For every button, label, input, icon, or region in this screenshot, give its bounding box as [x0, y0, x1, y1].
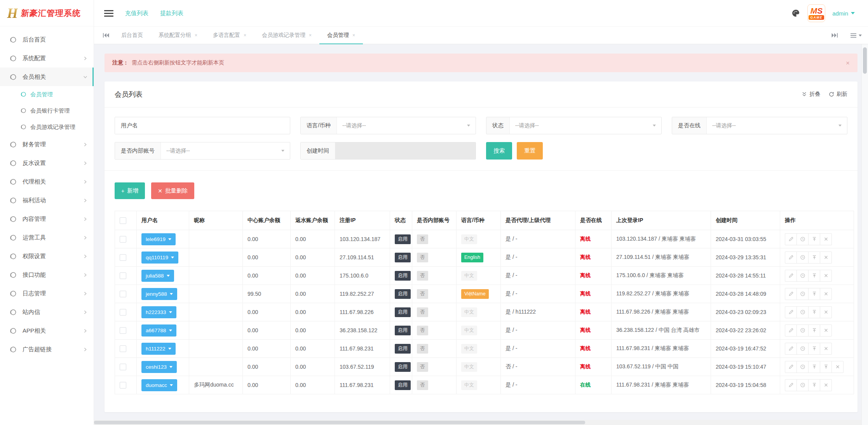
sidebar-item-api[interactable]: 接口功能: [0, 265, 94, 284]
totop-icon[interactable]: [808, 343, 820, 355]
refresh-button[interactable]: 刷新: [829, 91, 847, 98]
language-select[interactable]: --请选择--: [337, 117, 476, 134]
edit-icon[interactable]: [785, 270, 797, 282]
menu-toggle-icon[interactable]: [104, 9, 113, 18]
delete-icon[interactable]: [820, 233, 832, 245]
row-checkbox[interactable]: [120, 272, 126, 279]
record-icon[interactable]: [797, 233, 809, 245]
delete-icon[interactable]: [820, 379, 832, 391]
edit-icon[interactable]: [785, 252, 797, 264]
edit-icon[interactable]: [785, 306, 797, 318]
delete-icon[interactable]: [820, 288, 832, 300]
record-icon[interactable]: [797, 288, 809, 300]
username-button[interactable]: lele6919: [141, 233, 176, 245]
user-menu[interactable]: admin: [832, 10, 855, 17]
horizontal-scrollbar[interactable]: [94, 420, 861, 425]
tab-close-icon[interactable]: ×: [352, 33, 355, 38]
row-checkbox[interactable]: [120, 364, 126, 370]
search-button[interactable]: 搜索: [486, 142, 512, 160]
row-checkbox[interactable]: [120, 236, 126, 243]
totop-icon[interactable]: [808, 270, 820, 282]
totop-icon[interactable]: [808, 324, 820, 337]
username-button[interactable]: jenny588: [141, 288, 177, 300]
user-avatar[interactable]: MS GAME: [807, 4, 825, 22]
username-input[interactable]: [144, 117, 290, 134]
edit-icon[interactable]: [785, 379, 797, 391]
sidebar-item-logs[interactable]: 日志管理: [0, 284, 94, 303]
totop-icon[interactable]: [808, 379, 820, 391]
internal-select[interactable]: --请选择--: [161, 142, 290, 159]
sidebar-item-dashboard[interactable]: 后台首页: [0, 30, 94, 49]
row-checkbox[interactable]: [120, 327, 126, 334]
edit-icon[interactable]: [785, 233, 797, 245]
topbar-link-withdraw-list[interactable]: 提款列表: [160, 10, 183, 17]
select-all-checkbox[interactable]: [120, 217, 126, 224]
tab-dashboard[interactable]: 后台首页: [113, 27, 151, 44]
totop-icon[interactable]: [808, 233, 820, 245]
username-button[interactable]: qq110119: [141, 252, 178, 264]
edit-icon[interactable]: [785, 343, 797, 355]
sidebar-item-welfare[interactable]: 福利活动: [0, 191, 94, 210]
sidebar-item-ads[interactable]: 广告超链接: [0, 340, 94, 359]
sidebar-item-system-config[interactable]: 系统配置: [0, 49, 94, 68]
sidebar-item-member[interactable]: 会员相关: [0, 68, 94, 86]
tab-config-group[interactable]: 系统配置分组×: [151, 27, 205, 44]
username-button[interactable]: h111222: [141, 343, 176, 355]
theme-palette-icon[interactable]: [791, 9, 800, 18]
created-time-input[interactable]: [335, 142, 476, 159]
tab-member-game-records[interactable]: 会员游戏记录管理×: [254, 27, 319, 44]
delete-icon[interactable]: [820, 324, 832, 337]
delete-icon[interactable]: [820, 252, 832, 264]
record-icon[interactable]: [797, 361, 809, 373]
totop-icon[interactable]: [808, 361, 820, 373]
tabs-menu-icon[interactable]: [850, 33, 862, 38]
edit-icon[interactable]: [785, 324, 797, 337]
record-icon[interactable]: [797, 324, 809, 337]
reset-button[interactable]: 重置: [517, 142, 543, 160]
sidebar-item-operation[interactable]: 运营工具: [0, 228, 94, 247]
add-button[interactable]: + 新增: [115, 182, 145, 199]
notice-close-icon[interactable]: ×: [846, 60, 850, 66]
sidebar-item-content[interactable]: 内容管理: [0, 210, 94, 228]
tabs-scroll-first-icon[interactable]: [98, 27, 113, 44]
record-icon[interactable]: [797, 379, 809, 391]
sidebar-item-app-related[interactable]: APP相关: [0, 321, 94, 340]
collapse-button[interactable]: 折叠: [802, 91, 820, 98]
tab-member-manage[interactable]: 会员管理×: [319, 27, 363, 44]
row-checkbox[interactable]: [120, 382, 126, 389]
sidebar-item-permission[interactable]: 权限设置: [0, 247, 94, 265]
vertical-scrollbar[interactable]: [861, 44, 868, 425]
tabs-scroll-last-icon[interactable]: [827, 33, 842, 38]
row-checkbox[interactable]: [120, 345, 126, 352]
sidebar-item-rebate[interactable]: 反水设置: [0, 154, 94, 172]
tab-close-icon[interactable]: ×: [244, 33, 246, 38]
delete-icon[interactable]: [820, 306, 832, 318]
totop-icon[interactable]: [808, 252, 820, 264]
sidebar-subitem-member-game-records[interactable]: 会员游戏记录管理: [0, 119, 94, 135]
edit-icon[interactable]: [785, 288, 797, 300]
horizontal-scrollbar-thumb[interactable]: [94, 421, 585, 424]
username-button[interactable]: ceshi123: [141, 361, 177, 373]
username-button[interactable]: a667788: [141, 324, 176, 337]
edit-icon[interactable]: [785, 361, 797, 373]
status-select[interactable]: --请选择--: [510, 117, 661, 134]
totop-icon[interactable]: [820, 361, 832, 373]
record-icon[interactable]: [797, 343, 809, 355]
delete-icon[interactable]: [831, 361, 844, 373]
online-select[interactable]: --请选择--: [707, 117, 847, 134]
tab-close-icon[interactable]: ×: [195, 33, 197, 38]
delete-icon[interactable]: [820, 343, 832, 355]
row-checkbox[interactable]: [120, 291, 126, 297]
tab-multi-language[interactable]: 多语言配置×: [205, 27, 254, 44]
sidebar-item-agent[interactable]: 代理相关: [0, 172, 94, 191]
record-icon[interactable]: [797, 270, 809, 282]
row-checkbox[interactable]: [120, 309, 126, 316]
username-button[interactable]: duomacc: [141, 379, 177, 391]
username-button[interactable]: julia588: [141, 270, 174, 282]
sidebar-item-finance[interactable]: 财务管理: [0, 135, 94, 154]
sidebar-subitem-member-bank[interactable]: 会员银行卡管理: [0, 102, 94, 119]
sidebar-subitem-member-manage[interactable]: 会员管理: [0, 86, 94, 102]
topbar-link-recharge-list[interactable]: 充值列表: [125, 10, 148, 17]
totop-icon[interactable]: [808, 288, 820, 300]
username-button[interactable]: h222333: [141, 306, 176, 318]
